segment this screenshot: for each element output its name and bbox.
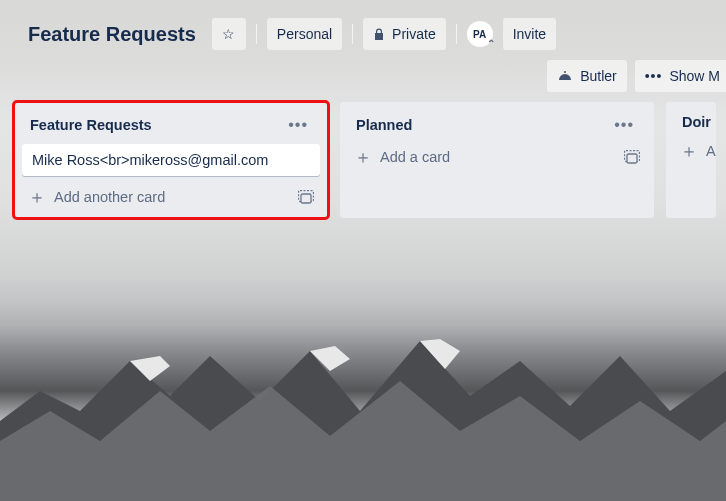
list-header: Planned •••	[348, 110, 646, 142]
template-icon	[624, 150, 640, 164]
list-feature-requests: Feature Requests ••• Mike Ross<br>mikero…	[14, 102, 328, 218]
ellipsis-icon: •••	[288, 116, 308, 133]
private-button[interactable]: Private	[363, 18, 446, 50]
plus-icon: ＋	[680, 142, 698, 160]
board-lists: Feature Requests ••• Mike Ross<br>mikero…	[0, 102, 726, 218]
add-card-button[interactable]: ＋ Add a card	[354, 148, 450, 166]
lock-icon	[373, 28, 385, 41]
list-menu-button[interactable]: •••	[282, 114, 314, 136]
invite-button[interactable]: Invite	[503, 18, 556, 50]
invite-label: Invite	[513, 26, 546, 42]
avatar[interactable]: PA ⌃	[467, 21, 493, 47]
add-card-button[interactable]: ＋ Add another card	[28, 188, 165, 206]
personal-label: Personal	[277, 26, 332, 42]
list-title[interactable]: Feature Requests	[30, 117, 152, 133]
svg-rect-3	[627, 154, 637, 163]
private-label: Private	[392, 26, 436, 42]
list-menu-button[interactable]: •••	[608, 114, 640, 136]
list-title[interactable]: Doir	[682, 114, 711, 130]
background-mountains	[0, 301, 726, 501]
card-template-button[interactable]	[298, 190, 314, 204]
card[interactable]: Mike Ross<br>mikeross@gmail.com	[22, 144, 320, 176]
board-title[interactable]: Feature Requests	[28, 23, 196, 46]
ellipsis-icon: •••	[614, 116, 634, 133]
divider	[456, 24, 457, 44]
card-text: Mike Ross<br>mikeross@gmail.com	[32, 152, 268, 168]
list-header: Doir	[674, 110, 708, 136]
butler-icon	[557, 70, 573, 82]
star-icon: ☆	[222, 26, 235, 42]
ellipsis-icon: •••	[645, 68, 663, 84]
divider	[352, 24, 353, 44]
divider	[256, 24, 257, 44]
chevron-up-icon: ⌃	[487, 38, 495, 49]
card-template-button[interactable]	[624, 150, 640, 164]
avatar-initials: PA	[473, 29, 486, 40]
list-footer: ＋ Add another card	[22, 182, 320, 210]
svg-rect-1	[301, 194, 311, 203]
list-planned: Planned ••• ＋ Add a card	[340, 102, 654, 218]
personal-button[interactable]: Personal	[267, 18, 342, 50]
list-doing: Doir ＋ A	[666, 102, 716, 218]
list-header: Feature Requests •••	[22, 110, 320, 142]
board-header: Feature Requests ☆ Personal Private PA ⌃…	[0, 0, 726, 60]
add-card-label: A	[706, 143, 716, 159]
template-icon	[298, 190, 314, 204]
add-card-label: Add another card	[54, 189, 165, 205]
show-menu-button[interactable]: ••• Show M	[635, 60, 726, 92]
list-title[interactable]: Planned	[356, 117, 412, 133]
list-footer: ＋ A	[674, 136, 708, 164]
butler-label: Butler	[580, 68, 617, 84]
show-menu-label: Show M	[669, 68, 720, 84]
board-subheader: Butler ••• Show M	[0, 60, 726, 102]
add-card-button[interactable]: ＋ A	[680, 142, 716, 160]
list-footer: ＋ Add a card	[348, 142, 646, 170]
butler-button[interactable]: Butler	[547, 60, 627, 92]
plus-icon: ＋	[354, 148, 372, 166]
star-button[interactable]: ☆	[212, 18, 246, 50]
add-card-label: Add a card	[380, 149, 450, 165]
plus-icon: ＋	[28, 188, 46, 206]
